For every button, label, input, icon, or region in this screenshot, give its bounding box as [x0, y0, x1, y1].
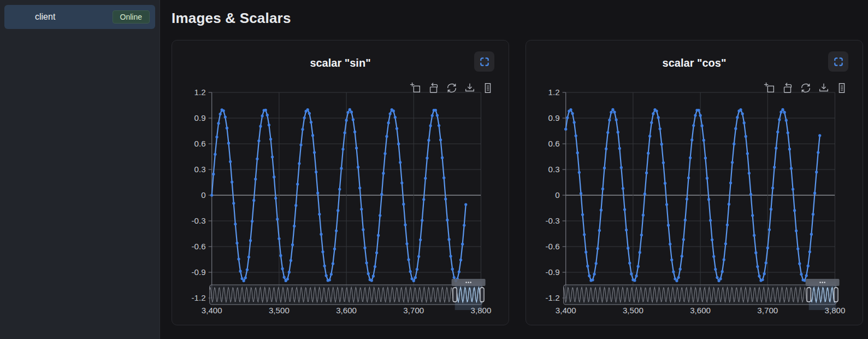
log-icon [482, 82, 494, 94]
refresh-button[interactable] [446, 82, 458, 94]
chart-plot-cos[interactable]: 1.20.90.60.30-0.3-0.6-0.9-1.23,4003,5003… [526, 81, 863, 322]
download-button[interactable] [464, 82, 476, 94]
zoom-select-button[interactable] [764, 82, 776, 94]
zoom-select-icon [764, 82, 776, 94]
restore-button[interactable] [428, 82, 440, 94]
sidebar: client Online [0, 0, 160, 339]
log-button[interactable] [482, 82, 494, 94]
app-root: client Online Images & Scalars scalar "s… [0, 0, 868, 339]
download-button[interactable] [818, 82, 830, 94]
refresh-icon [446, 82, 458, 94]
zoom-select-icon [410, 82, 422, 94]
download-icon [818, 82, 830, 94]
client-name: client [35, 12, 55, 22]
refresh-icon [800, 82, 812, 94]
y-axis-tick-label: 0.9 [194, 113, 206, 122]
y-axis-tick-label: 0.3 [548, 165, 560, 174]
restore-button[interactable] [782, 82, 794, 94]
main-panel: Images & Scalars scalar "sin" [160, 0, 868, 339]
chart-toolbar [410, 82, 494, 94]
fullscreen-icon [479, 56, 490, 67]
x-axis-tick-label: 3,600 [690, 306, 711, 315]
y-axis-tick-label: 0.9 [548, 113, 560, 122]
x-axis-tick-label: 3,400 [556, 306, 576, 315]
zoom-select-button[interactable] [410, 82, 422, 94]
fullscreen-icon [833, 56, 844, 67]
y-axis-tick-label: -0.6 [546, 242, 560, 251]
y-axis-tick-label: -0.6 [192, 242, 206, 251]
slider-handle[interactable] [453, 288, 457, 302]
status-badge: Online [113, 10, 150, 24]
y-axis-tick-label: -0.9 [192, 267, 206, 277]
slider-handle[interactable] [807, 288, 811, 302]
slider-handle[interactable] [480, 288, 484, 302]
sidebar-item-client[interactable]: client Online [4, 5, 155, 29]
y-axis-tick-label: 0.6 [548, 139, 560, 148]
chart-card-cos: scalar "cos" [525, 40, 863, 325]
y-axis-tick-label: -1.2 [546, 293, 560, 302]
y-axis-tick-label: -1.2 [192, 293, 206, 302]
y-axis-tick-label: -0.9 [546, 267, 560, 277]
fullscreen-button[interactable] [474, 51, 494, 72]
y-axis-tick-label: -0.3 [192, 216, 206, 225]
x-axis-tick-label: 3,400 [202, 306, 222, 315]
download-icon [464, 82, 476, 94]
x-axis-tick-label: 3,600 [336, 306, 357, 315]
fullscreen-button[interactable] [828, 51, 848, 72]
y-axis-tick-label: 0.3 [194, 165, 206, 174]
y-axis-tick-label: 1.2 [194, 87, 206, 97]
y-axis-tick-label: 0 [201, 190, 205, 200]
x-axis-tick-label: 3,500 [623, 306, 643, 315]
x-axis-tick-label: 3,700 [403, 306, 424, 315]
log-icon [836, 82, 848, 94]
restore-icon [782, 82, 794, 94]
chart-title: scalar "cos" [526, 40, 863, 69]
chart-card-sin: scalar "sin" [172, 40, 509, 325]
refresh-button[interactable] [800, 82, 812, 94]
y-axis-tick-label: 0 [555, 190, 559, 200]
log-button[interactable] [836, 82, 848, 94]
chart-cards-row: scalar "sin" [172, 40, 863, 325]
y-axis-tick-label: -0.3 [546, 216, 560, 225]
restore-icon [428, 82, 440, 94]
chart-plot-sin[interactable]: 1.20.90.60.30-0.3-0.6-0.9-1.23,4003,5003… [172, 81, 509, 322]
x-axis-tick-label: 3,500 [269, 306, 290, 315]
chart-toolbar [764, 82, 848, 94]
page-title: Images & Scalars [172, 10, 863, 27]
slider-handle[interactable] [834, 288, 838, 302]
y-axis-tick-label: 0.6 [194, 139, 206, 148]
y-axis-tick-label: 1.2 [548, 87, 560, 97]
x-axis-tick-label: 3,700 [757, 306, 778, 315]
chart-title: scalar "sin" [172, 40, 509, 69]
